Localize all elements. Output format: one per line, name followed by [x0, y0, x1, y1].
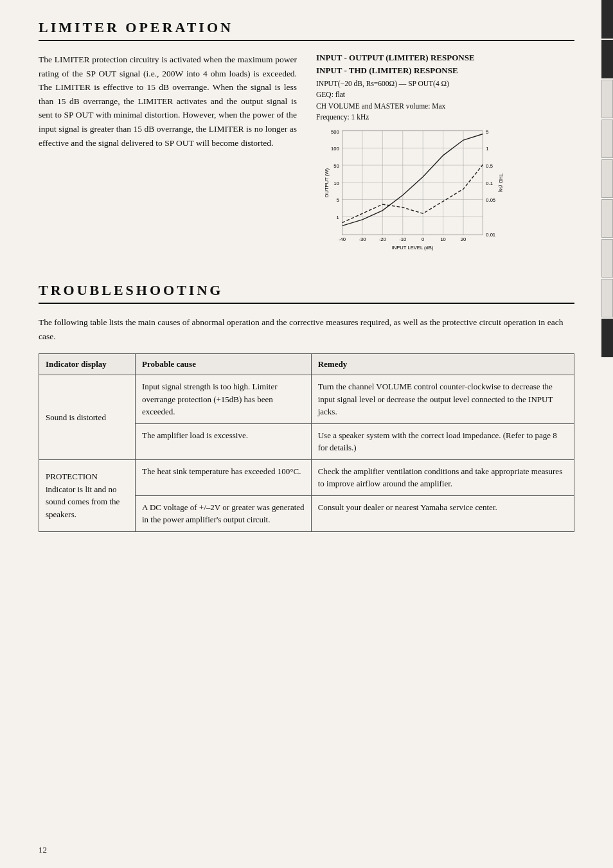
cause-2-1: The heat sink temperature has exceeded 1…: [136, 459, 312, 495]
table-row: Sound is distorted Input signal strength…: [39, 375, 574, 424]
svg-text:0.05: 0.05: [486, 197, 495, 203]
col-remedy: Remedy: [311, 354, 574, 375]
troubleshooting-intro: The following table lists the main cause…: [39, 315, 574, 343]
tab-3: [601, 80, 613, 118]
limiter-divider: [39, 40, 574, 41]
limiter-section: LIMITER OPERATION The LIMITER protection…: [39, 19, 574, 256]
tab-2: [601, 40, 613, 78]
remedy-2-2: Consult your dealer or nearest Yamaha se…: [311, 495, 574, 531]
tab-7: [601, 239, 613, 278]
svg-text:20: 20: [461, 236, 466, 242]
remedy-2-1: Check the amplifier ventilation conditio…: [311, 459, 574, 495]
svg-text:0.1: 0.1: [486, 181, 493, 186]
svg-text:500: 500: [331, 129, 339, 135]
table-row: PROTECTION indicator is lit and no sound…: [39, 459, 574, 495]
chart-wrapper: 500 100 50 10 5 1 5 1 0.5 0.1 0.05 0.01: [316, 128, 509, 256]
troubleshooting-title: TROUBLESHOOTING: [39, 282, 574, 299]
svg-text:OUTPUT (W): OUTPUT (W): [324, 168, 330, 197]
chart-title-2: INPUT - THD (LIMITER) RESPONSE: [316, 66, 574, 76]
cause-1-1: Input signal strength is too high. Limit…: [136, 375, 312, 424]
page: LIMITER OPERATION The LIMITER protection…: [0, 0, 613, 868]
spec2: GEQ: flat: [316, 91, 345, 98]
svg-text:100: 100: [331, 146, 339, 152]
cause-2-2: A DC voltage of +/–2V or greater was gen…: [136, 495, 312, 531]
tab-8: [601, 279, 613, 317]
chart-specs: INPUT(−20 dB, Rs=600Ω) — SP OUT(4 Ω) GEQ…: [316, 78, 574, 123]
svg-text:0: 0: [422, 236, 424, 242]
col-cause: Probable cause: [136, 354, 312, 375]
tab-5: [601, 159, 613, 198]
svg-text:10: 10: [440, 236, 445, 242]
remedy-1-1: Turn the channel VOLUME control counter-…: [311, 375, 574, 424]
svg-text:THD (%): THD (%): [498, 173, 504, 193]
col-indicator: Indicator display: [39, 354, 136, 375]
table-header-row: Indicator display Probable cause Remedy: [39, 354, 574, 375]
tab-1: [601, 0, 613, 39]
spec1: INPUT(−20 dB, Rs=600Ω) — SP OUT(4 Ω): [316, 80, 449, 87]
binding-tabs: [601, 0, 613, 868]
limiter-body: The LIMITER protection circuitry is acti…: [39, 53, 297, 256]
svg-text:1: 1: [486, 146, 488, 152]
indicator-protection: PROTECTION indicator is lit and no sound…: [39, 459, 136, 531]
svg-text:50: 50: [333, 163, 339, 169]
chart-svg: 500 100 50 10 5 1 5 1 0.5 0.1 0.05 0.01: [316, 128, 509, 256]
limiter-title: LIMITER OPERATION: [39, 19, 574, 36]
limiter-chart-area: INPUT - OUTPUT (LIMITER) RESPONSE INPUT …: [316, 53, 574, 256]
page-number: 12: [39, 845, 47, 855]
tab-6: [601, 199, 613, 238]
svg-text:5: 5: [336, 197, 339, 203]
tab-4: [601, 120, 613, 158]
svg-text:0.01: 0.01: [486, 232, 495, 238]
spec4: Frequency: 1 kHz: [316, 113, 369, 121]
trouble-table: Indicator display Probable cause Remedy …: [39, 353, 574, 532]
indicator-sound-distorted: Sound is distorted: [39, 375, 136, 460]
cause-1-2: The amplifier load is excessive.: [136, 423, 312, 459]
svg-text:-20: -20: [379, 236, 386, 242]
spec3: CH VOLUME and MASTER volume: Max: [316, 102, 445, 110]
svg-text:-30: -30: [359, 236, 366, 242]
svg-text:0.5: 0.5: [486, 163, 493, 169]
tab-9: [601, 319, 613, 357]
svg-text:-10: -10: [399, 236, 406, 242]
svg-text:10: 10: [333, 181, 339, 186]
svg-text:1: 1: [336, 215, 339, 220]
svg-text:INPUT LEVEL (dB): INPUT LEVEL (dB): [392, 245, 434, 251]
remedy-1-2: Use a speaker system with the correct lo…: [311, 423, 574, 459]
limiter-content: The LIMITER protection circuitry is acti…: [39, 53, 574, 256]
svg-text:5: 5: [486, 129, 488, 135]
troubleshooting-section: TROUBLESHOOTING The following table list…: [39, 282, 574, 532]
svg-text:-40: -40: [339, 236, 346, 242]
troubleshooting-divider: [39, 303, 574, 304]
chart-title-1: INPUT - OUTPUT (LIMITER) RESPONSE: [316, 53, 574, 63]
